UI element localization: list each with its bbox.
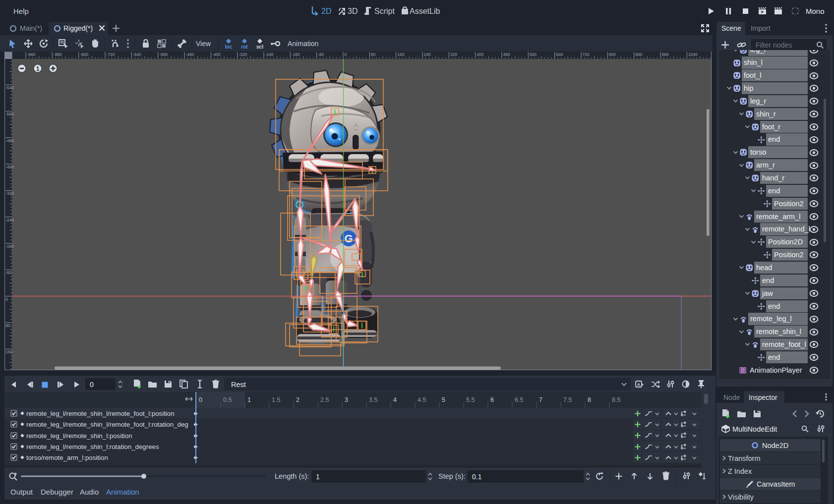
svg-text:8: 8 xyxy=(588,396,591,403)
svg-text:4: 4 xyxy=(393,396,397,403)
svg-text:-560: -560 xyxy=(5,112,14,116)
svg-text:2: 2 xyxy=(296,396,299,403)
svg-text:-480: -480 xyxy=(5,138,14,143)
svg-text:720: 720 xyxy=(583,52,590,57)
svg-text:-320: -320 xyxy=(5,191,14,196)
svg-text:0: 0 xyxy=(199,396,202,403)
svg-text:A: A xyxy=(637,382,641,387)
svg-text:8.5: 8.5 xyxy=(612,396,620,403)
svg-text:400: 400 xyxy=(477,52,483,57)
svg-text:-400: -400 xyxy=(5,165,14,169)
svg-text:-640: -640 xyxy=(133,52,141,57)
svg-text:-560: -560 xyxy=(159,52,168,57)
svg-text:4.5: 4.5 xyxy=(417,396,426,403)
svg-text:2.5: 2.5 xyxy=(320,396,329,403)
svg-text:3.5: 3.5 xyxy=(369,396,377,403)
svg-text:7: 7 xyxy=(539,396,542,403)
svg-text:0: 0 xyxy=(345,52,347,57)
svg-text:-480: -480 xyxy=(186,52,194,57)
svg-text:1: 1 xyxy=(36,65,40,72)
svg-text:3: 3 xyxy=(345,396,348,403)
svg-text:560: 560 xyxy=(530,52,536,57)
svg-text:loc: loc xyxy=(225,44,233,49)
svg-text:5: 5 xyxy=(442,396,445,403)
svg-text:1040: 1040 xyxy=(688,52,698,57)
svg-text:80: 80 xyxy=(5,323,10,328)
svg-text:7.5: 7.5 xyxy=(563,396,572,403)
svg-text:-240: -240 xyxy=(5,218,14,223)
svg-text:-160: -160 xyxy=(292,52,300,57)
svg-text:80: 80 xyxy=(371,52,376,57)
svg-text:-80: -80 xyxy=(318,52,324,57)
svg-text:1: 1 xyxy=(247,396,251,403)
svg-text:800: 800 xyxy=(609,52,616,57)
svg-text:0.5: 0.5 xyxy=(223,396,232,403)
svg-text:-720: -720 xyxy=(107,52,115,57)
svg-text:-320: -320 xyxy=(238,52,247,57)
svg-text:-160: -160 xyxy=(5,244,14,249)
svg-text:480: 480 xyxy=(503,52,510,57)
svg-text:G: G xyxy=(344,232,353,245)
svg-text:scl: scl xyxy=(256,44,263,49)
svg-text:6: 6 xyxy=(490,396,494,403)
svg-text:160: 160 xyxy=(397,52,404,57)
svg-text:240: 240 xyxy=(424,52,431,57)
svg-text:960: 960 xyxy=(662,52,669,57)
svg-text:640: 640 xyxy=(556,52,563,57)
svg-text:-400: -400 xyxy=(212,52,221,57)
svg-text:-880: -880 xyxy=(54,52,62,57)
svg-text:880: 880 xyxy=(635,52,642,57)
svg-text:5.5: 5.5 xyxy=(466,396,475,403)
svg-text:-640: -640 xyxy=(5,85,14,90)
svg-text:-800: -800 xyxy=(80,52,88,57)
svg-text:rot: rot xyxy=(241,44,248,49)
svg-text:1.5: 1.5 xyxy=(272,396,280,403)
svg-text:6.5: 6.5 xyxy=(515,396,523,403)
svg-text:-80: -80 xyxy=(5,270,12,275)
svg-text:160: 160 xyxy=(5,349,12,354)
svg-text:320: 320 xyxy=(450,52,457,57)
svg-text:-960: -960 xyxy=(27,52,36,57)
svg-text:-240: -240 xyxy=(265,52,274,57)
svg-text:0: 0 xyxy=(5,297,8,302)
